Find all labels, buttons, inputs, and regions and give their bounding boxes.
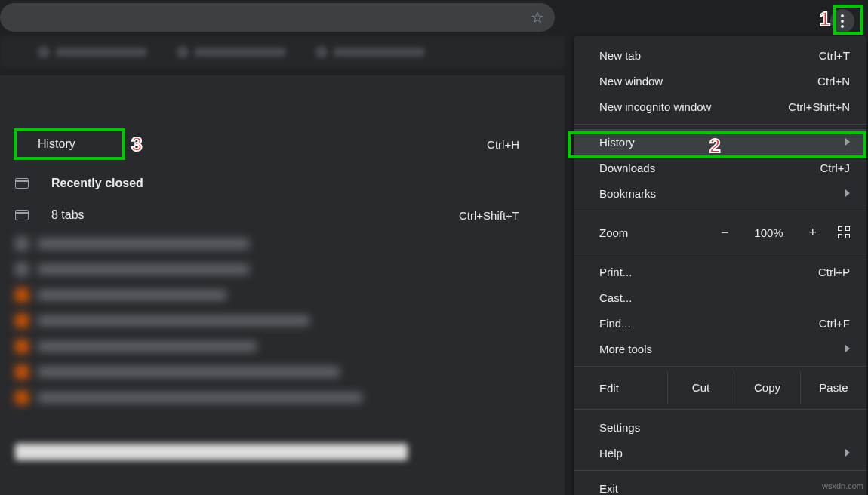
callout-number-1: 1 — [820, 8, 830, 31]
blurred-history-item[interactable] — [0, 359, 565, 385]
separator — [574, 211, 866, 211]
chevron-right-icon — [845, 345, 850, 352]
blurred-history-item[interactable] — [0, 334, 565, 359]
recently-closed-label: Recently closed — [29, 177, 143, 190]
kebab-menu-button[interactable] — [830, 9, 854, 33]
chevron-right-icon — [845, 138, 850, 146]
menu-incognito[interactable]: New incognito window Ctrl+Shift+N — [574, 94, 866, 119]
zoom-value: 100% — [749, 226, 787, 239]
callout-number-2: 2 — [709, 134, 720, 158]
zoom-out-button[interactable]: − — [721, 225, 729, 241]
submenu-history-label: History — [15, 137, 75, 151]
tab-icon — [15, 210, 29, 220]
separator — [574, 470, 866, 471]
chevron-right-icon — [845, 189, 850, 197]
blurred-history-item[interactable] — [0, 385, 565, 410]
menu-bookmarks[interactable]: Bookmarks — [574, 180, 866, 206]
zoom-in-button[interactable]: + — [808, 225, 817, 241]
star-icon[interactable]: ☆ — [531, 8, 544, 26]
watermark: wsxdn.com — [822, 481, 863, 490]
separator — [574, 409, 866, 410]
eight-tabs-row[interactable]: 8 tabs Ctrl+Shift+T — [0, 199, 565, 231]
submenu-history-shortcut: Ctrl+H — [487, 138, 549, 151]
menu-settings[interactable]: Settings — [574, 414, 866, 440]
menu-cast[interactable]: Cast... — [574, 284, 866, 310]
menu-help[interactable]: Help — [574, 440, 866, 466]
menu-new-tab[interactable]: New tab Ctrl+T — [574, 42, 866, 68]
chevron-right-icon — [845, 449, 850, 457]
blurred-history-item[interactable] — [0, 231, 565, 257]
blurred-history-item[interactable] — [0, 308, 565, 334]
edit-copy[interactable]: Copy — [734, 371, 800, 404]
browser-main-menu: New tab Ctrl+T New window Ctrl+N New inc… — [574, 36, 866, 495]
history-submenu: History Ctrl+H Recently closed 8 tabs Ct… — [0, 75, 565, 495]
blurred-history-list — [0, 231, 565, 410]
blurred-input-bar — [15, 444, 408, 460]
submenu-history[interactable]: History Ctrl+H — [0, 128, 565, 160]
vertical-dots-icon — [841, 14, 844, 28]
blurred-history-item[interactable] — [0, 282, 565, 308]
toolbar: ☆ — [0, 0, 868, 36]
callout-number-3: 3 — [131, 133, 142, 156]
menu-more-tools[interactable]: More tools — [574, 336, 866, 361]
omnibox[interactable]: ☆ — [0, 3, 555, 32]
menu-print[interactable]: Print... Ctrl+P — [574, 259, 866, 284]
eight-tabs-label: 8 tabs — [29, 208, 85, 222]
separator — [574, 124, 866, 125]
blurred-history-item[interactable] — [0, 257, 565, 282]
separator — [574, 254, 866, 254]
menu-downloads[interactable]: Downloads Ctrl+J — [574, 155, 866, 180]
recently-closed-header: Recently closed — [0, 168, 565, 199]
bookmarks-bar — [0, 36, 565, 68]
menu-new-window[interactable]: New window Ctrl+N — [574, 68, 866, 94]
menu-find[interactable]: Find... Ctrl+F — [574, 310, 866, 336]
fullscreen-icon[interactable] — [838, 226, 850, 238]
eight-tabs-shortcut: Ctrl+Shift+T — [459, 209, 549, 222]
separator — [574, 366, 866, 367]
tab-icon — [15, 178, 29, 189]
edit-cut[interactable]: Cut — [667, 371, 734, 404]
menu-zoom: Zoom − 100% + — [574, 216, 866, 249]
menu-edit: Edit Cut Copy Paste — [574, 371, 866, 404]
edit-paste[interactable]: Paste — [800, 371, 866, 404]
